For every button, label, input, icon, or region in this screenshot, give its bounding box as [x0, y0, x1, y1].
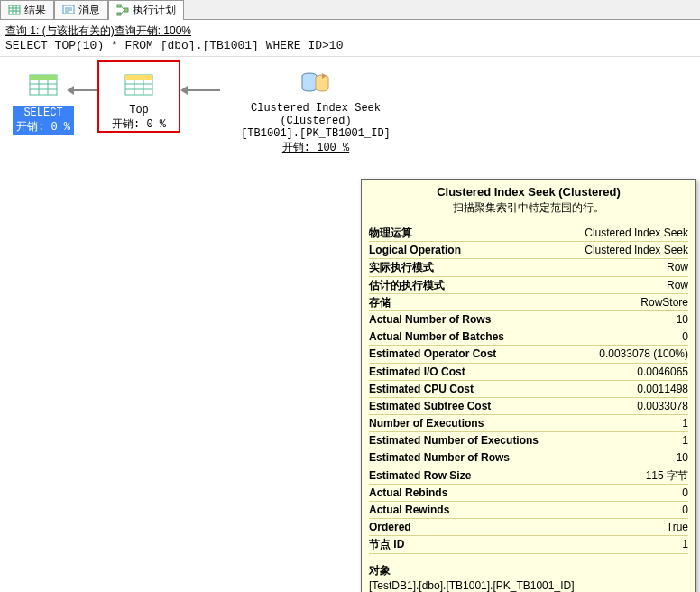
tooltip-row: Estimated Number of Executions1: [369, 432, 688, 449]
tooltip-row-label: Estimated Number of Rows: [369, 450, 510, 465]
tooltip-row-value: 0: [682, 486, 688, 500]
tab-messages[interactable]: 消息: [54, 0, 108, 19]
execution-plan-icon: [116, 4, 129, 16]
tooltip-row: Estimated Operator Cost0.0033078 (100%): [369, 346, 688, 363]
tooltip-row-label: 存储: [369, 295, 391, 310]
select-node-icon: [24, 69, 62, 104]
tooltip-row-value: Clustered Index Seek: [585, 226, 688, 240]
tooltip-row-value: 10: [677, 450, 688, 465]
query-prefix: 查询 1:: [5, 24, 42, 37]
tooltip-row-value: True: [667, 520, 688, 534]
tooltip-row-label: 估计的执行模式: [369, 278, 445, 292]
tab-plan-label: 执行计划: [133, 3, 176, 18]
tab-messages-label: 消息: [78, 3, 100, 18]
svg-rect-9: [117, 5, 121, 7]
tooltip-object-label: 对象: [369, 563, 688, 578]
cis-cost: 开销: 100 %: [216, 140, 415, 155]
tooltip-row-value: 0.0033078 (100%): [599, 347, 688, 361]
tooltip-row: 节点 ID1: [369, 536, 688, 553]
tooltip-row-value: 10: [677, 312, 688, 327]
tooltip-row-value: RowStore: [640, 295, 688, 310]
tooltip-row-label: Actual Rebinds: [369, 486, 447, 500]
tooltip-row: 实际执行模式Row: [369, 259, 688, 276]
tooltip-row-label: 物理运算: [369, 226, 412, 240]
tooltip-row: 物理运算Clustered Index Seek: [369, 225, 688, 242]
tooltip-title: Clustered Index Seek (Clustered): [369, 185, 688, 199]
tooltip-object-val: [TestDB1].[dbo].[TB1001].[PK_TB1001_ID]: [369, 578, 688, 592]
tooltip-row-value: 0.0046065: [637, 365, 688, 379]
query-header: 查询 1: (与该批有关的)查询开销: 100% SELECT TOP(10) …: [0, 20, 700, 57]
tooltip-rows: 物理运算Clustered Index SeekLogical Operatio…: [369, 225, 688, 554]
select-label: SELECT: [16, 106, 70, 121]
tooltip-row: Actual Rewinds0: [369, 502, 688, 519]
query-sql: SELECT TOP(10) * FROM [dbo].[TB1001] WHE…: [5, 39, 695, 52]
tooltip-row-label: Number of Executions: [369, 416, 484, 430]
tooltip-row: Actual Number of Rows10: [369, 311, 688, 328]
tooltip-row-label: Estimated Row Size: [369, 468, 471, 483]
tooltip-row-label: Ordered: [369, 520, 411, 534]
tooltip-row: Estimated CPU Cost0.0011498: [369, 381, 688, 398]
query-cost-line: 查询 1: (与该批有关的)查询开销: 100%: [5, 23, 695, 39]
message-icon: [62, 4, 75, 16]
tooltip-row-value: Row: [667, 260, 688, 274]
tooltip-row: 估计的执行模式Row: [369, 277, 688, 294]
plan-canvas[interactable]: SELECT 开销: 0 % Top 开销: 0 % Clustered Ind…: [0, 57, 700, 592]
tab-execution-plan[interactable]: 执行计划: [108, 0, 184, 19]
tooltip-row-value: 1: [682, 433, 688, 448]
svg-line-12: [121, 6, 124, 11]
tooltip-row: Actual Number of Batches0: [369, 328, 688, 346]
tooltip-row-label: Actual Number of Rows: [369, 312, 491, 327]
tooltip-row-label: Estimated CPU Cost: [369, 382, 474, 396]
tooltip-row-label: Estimated Operator Cost: [369, 347, 496, 361]
tooltip-row: Number of Executions1: [369, 415, 688, 432]
tooltip-row-label: 实际执行模式: [369, 260, 434, 274]
cis-node-icon: [297, 68, 335, 102]
tooltip-row-label: Actual Rewinds: [369, 503, 449, 517]
tooltip-row-value: 115 字节: [646, 468, 688, 483]
select-cost: 开销: 0 %: [16, 121, 70, 135]
tooltip-row-value: 0.0011498: [637, 382, 688, 396]
plan-node-select[interactable]: SELECT 开销: 0 %: [13, 69, 74, 135]
svg-rect-11: [124, 8, 128, 12]
tooltip-row-label: Estimated Subtree Cost: [369, 399, 491, 413]
svg-line-13: [121, 10, 124, 14]
tooltip-row-value: 0: [682, 503, 688, 517]
tooltip-row-value: 0.0033078: [637, 399, 688, 413]
tooltip-row: OrderedTrue: [369, 519, 688, 536]
tooltip-row-label: Actual Number of Batches: [369, 329, 504, 344]
tab-results-label: 结果: [24, 3, 46, 18]
operator-tooltip: Clustered Index Seek (Clustered) 扫描聚集索引中…: [361, 179, 696, 592]
tooltip-row: Estimated Number of Rows10: [369, 449, 688, 467]
tooltip-row-value: 1: [682, 537, 688, 551]
tooltip-row-label: Estimated I/O Cost: [369, 365, 465, 379]
cis-index: [TB1001].[PK_TB1001_ID]: [216, 127, 415, 140]
cis-label: Clustered Index Seek (Clustered): [216, 102, 415, 127]
tooltip-row: Estimated Subtree Cost0.0033078: [369, 398, 688, 415]
query-desc: (与该批有关的)查询开销: 100%: [42, 24, 191, 37]
tooltip-row: Estimated Row Size115 字节: [369, 467, 688, 485]
tooltip-row-label: Logical Operation: [369, 243, 461, 257]
select-badge: SELECT 开销: 0 %: [13, 106, 74, 135]
plan-node-cis[interactable]: Clustered Index Seek (Clustered) [TB1001…: [216, 68, 415, 155]
table-icon: [8, 4, 21, 16]
tooltip-row-label: Estimated Number of Executions: [369, 433, 539, 448]
svg-rect-0: [9, 5, 20, 14]
tooltip-row-value: 1: [682, 416, 688, 430]
red-highlight-top: [97, 60, 180, 133]
tooltip-row: Actual Rebinds0: [369, 485, 688, 502]
tooltip-row-value: Clustered Index Seek: [585, 243, 688, 257]
tooltip-row-value: Row: [667, 278, 688, 292]
tooltip-row: Estimated I/O Cost0.0046065: [369, 364, 688, 381]
svg-rect-10: [117, 13, 121, 15]
tooltip-desc: 扫描聚集索引中特定范围的行。: [369, 200, 688, 216]
tooltip-row: 存储RowStore: [369, 294, 688, 311]
tab-results[interactable]: 结果: [0, 0, 54, 19]
svg-rect-15: [30, 75, 57, 80]
tooltip-row: Logical OperationClustered Index Seek: [369, 242, 688, 259]
tooltip-row-value: 0: [682, 329, 688, 344]
tooltip-row-label: 节点 ID: [369, 537, 404, 551]
tab-bar: 结果 消息 执行计划: [0, 0, 700, 20]
